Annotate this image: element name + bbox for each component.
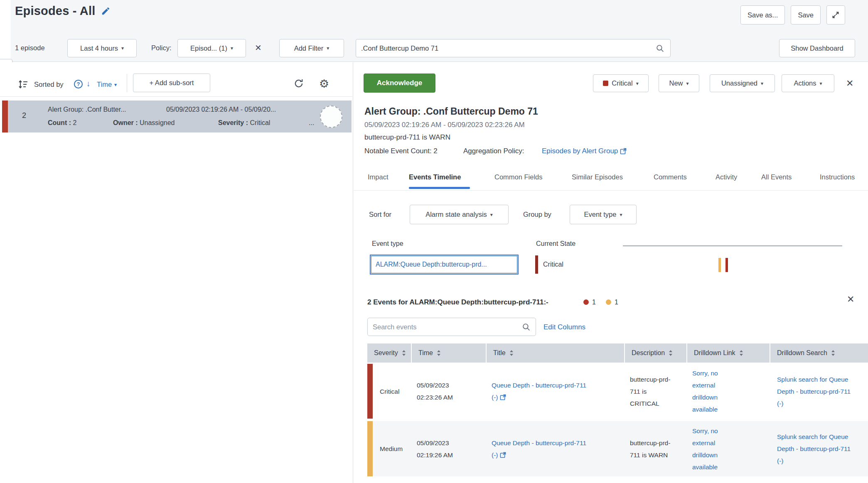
refresh-icon[interactable] xyxy=(293,78,304,89)
sort-for-label: Sort for xyxy=(369,211,391,218)
event-drilldown-search-cell: Splunk search for Queue Depth - buttercu… xyxy=(770,421,868,476)
aggregation-policy-link[interactable]: Episodes by Alert Group xyxy=(542,147,627,155)
tab-common-fields[interactable]: Common Fields xyxy=(494,173,543,181)
caret-down-icon: ▾ xyxy=(121,46,124,51)
event-title-cell: Queue Depth - buttercup-prd-711 (-) xyxy=(486,421,624,476)
expand-icon xyxy=(831,11,840,19)
episode-severity-bar xyxy=(2,101,8,132)
event-severity-cell: Medium xyxy=(367,421,411,476)
gear-icon[interactable]: ⚙ xyxy=(319,77,329,91)
sorted-by-label: Sorted by xyxy=(34,81,64,88)
edit-columns-link[interactable]: Edit Columns xyxy=(543,323,585,331)
critical-dot-icon xyxy=(583,299,589,305)
add-filter-dropdown[interactable]: Add Filter▾ xyxy=(279,39,344,57)
tab-events-timeline[interactable]: Events Timeline xyxy=(409,173,461,181)
current-state-column-header: Current State xyxy=(536,240,575,248)
episode-detail-summary: buttercup-prd-711 is WARN xyxy=(364,133,450,142)
event-title-link[interactable]: Queue Depth - buttercup-prd-711 (-) xyxy=(492,437,589,461)
help-icon[interactable]: ? xyxy=(74,80,83,88)
group-by-label: Group by xyxy=(523,211,551,218)
tab-all-events[interactable]: All Events xyxy=(761,173,792,181)
group-by-dropdown[interactable]: Event type▾ xyxy=(570,205,637,224)
event-time-cell: 05/09/2023 02:19:26 AM xyxy=(411,421,486,476)
event-time-cell: 05/09/2023 02:23:26 AM xyxy=(411,364,486,419)
current-state-color-bar xyxy=(535,255,538,274)
column-header-drilldown-link[interactable]: Drilldown Link xyxy=(686,343,770,363)
episode-owner-field: Owner : Unassigned xyxy=(113,119,175,127)
episode-search-input[interactable] xyxy=(356,44,656,52)
status-dropdown[interactable]: New▾ xyxy=(659,74,699,92)
acknowledge-button[interactable]: Acknowledge xyxy=(364,74,435,93)
sort-toggle-icon xyxy=(669,350,673,356)
events-search-box xyxy=(367,318,536,336)
panel-divider xyxy=(353,62,353,483)
event-table-row[interactable]: Critical 05/09/2023 02:23:26 AM Queue De… xyxy=(367,364,868,419)
episode-more-button[interactable]: ... xyxy=(309,119,314,127)
edit-title-pencil-icon[interactable] xyxy=(101,6,111,16)
episode-list-item[interactable]: 2 Alert Group: .Conf Butter... 05/09/202… xyxy=(2,101,352,132)
tab-similar-episodes[interactable]: Similar Episodes xyxy=(572,173,623,181)
drilldown-search-link[interactable]: Splunk search for Queue Depth - buttercu… xyxy=(777,373,856,409)
tab-activity[interactable]: Activity xyxy=(716,173,737,181)
event-table-row[interactable]: Medium 05/09/2023 02:19:26 AM Queue Dept… xyxy=(367,421,868,476)
page-title: Episodes - All xyxy=(15,4,95,18)
actions-dropdown[interactable]: Actions▾ xyxy=(782,74,834,92)
policy-label: Policy: xyxy=(151,44,172,52)
external-link-icon xyxy=(620,148,627,154)
search-icon[interactable] xyxy=(656,44,670,53)
episode-search-box xyxy=(356,39,671,57)
active-tab-underline xyxy=(409,187,470,189)
column-header-drilldown-search[interactable]: Drilldown Search xyxy=(770,343,868,363)
drilldown-link[interactable]: Sorry, no external drilldown available xyxy=(692,425,734,473)
sort-toggle-icon xyxy=(437,350,441,356)
column-header-severity[interactable]: Severity xyxy=(367,343,411,363)
save-button[interactable]: Save xyxy=(791,5,821,25)
expand-button[interactable] xyxy=(826,5,845,25)
event-title-cell: Queue Depth - buttercup-prd-711 (-) xyxy=(486,364,624,419)
caret-down-icon: ▾ xyxy=(820,81,822,86)
tab-impact[interactable]: Impact xyxy=(368,173,389,181)
close-events-section-icon[interactable]: ✕ xyxy=(847,295,854,304)
event-type-selected-box[interactable]: ALARM:Queue Depth:buttercup-prd... xyxy=(371,256,517,273)
time-range-dropdown[interactable]: Last 4 hours▾ xyxy=(67,39,137,57)
severity-color-swatch xyxy=(603,81,608,86)
caret-down-icon: ▾ xyxy=(686,81,688,86)
episode-severity-field: Severity : Critical xyxy=(218,119,270,127)
drilldown-search-link[interactable]: Splunk search for Queue Depth - buttercu… xyxy=(777,431,856,467)
search-icon[interactable] xyxy=(522,323,536,331)
assign-owner-avatar[interactable] xyxy=(320,105,342,128)
show-dashboard-button[interactable]: Show Dashboard xyxy=(779,39,855,57)
event-type-column-header: Event type xyxy=(372,240,403,248)
column-header-title[interactable]: Title xyxy=(486,343,624,363)
caret-down-icon: ▾ xyxy=(636,81,639,86)
column-header-time[interactable]: Time xyxy=(411,343,486,363)
episode-count: 1 episode xyxy=(15,44,45,52)
add-subsort-button[interactable]: + Add sub-sort xyxy=(133,74,210,92)
episode-detail-time-range: 05/09/2023 02:19:26 AM - 05/09/2023 02:2… xyxy=(364,121,525,129)
column-header-description[interactable]: Description xyxy=(624,343,686,363)
external-link-icon xyxy=(500,394,506,400)
clear-policy-icon[interactable]: ✕ xyxy=(255,44,262,52)
owner-dropdown[interactable]: Unassigned▾ xyxy=(710,74,775,92)
tab-instructions[interactable]: Instructions xyxy=(820,173,855,181)
event-title-link[interactable]: Queue Depth - buttercup-prd-711 (-) xyxy=(492,379,589,403)
event-drilldown-link-cell: Sorry, no external drilldown available xyxy=(686,421,770,476)
severity-dropdown[interactable]: Critical▾ xyxy=(593,74,649,92)
episode-time-range: 05/09/2023 02:19:26 AM - 05/09/20... xyxy=(166,106,276,113)
events-search-input[interactable] xyxy=(368,323,522,331)
critical-dot-count: 1 xyxy=(592,299,596,306)
caret-down-icon: ▾ xyxy=(327,46,329,51)
sort-field-dropdown[interactable]: Time ▾ xyxy=(97,81,117,88)
episode-event-count: 2 xyxy=(22,111,26,120)
policy-dropdown[interactable]: Episod... (1)▾ xyxy=(177,39,246,57)
episode-detail-title: Alert Group: .Conf Buttercup Demo 71 xyxy=(364,106,538,117)
save-as-button[interactable]: Save as... xyxy=(740,5,785,25)
current-state-value: Critical xyxy=(543,261,563,268)
sort-direction-icon[interactable]: ↓ xyxy=(86,79,91,88)
drilldown-link[interactable]: Sorry, no external drilldown available xyxy=(692,367,734,415)
sort-for-dropdown[interactable]: Alarm state analysis▾ xyxy=(410,205,509,224)
close-episode-icon[interactable]: ✕ xyxy=(846,79,853,88)
tab-comments[interactable]: Comments xyxy=(654,173,687,181)
sort-toggle-icon xyxy=(509,350,514,356)
episode-title: Alert Group: .Conf Butter... xyxy=(48,106,126,113)
